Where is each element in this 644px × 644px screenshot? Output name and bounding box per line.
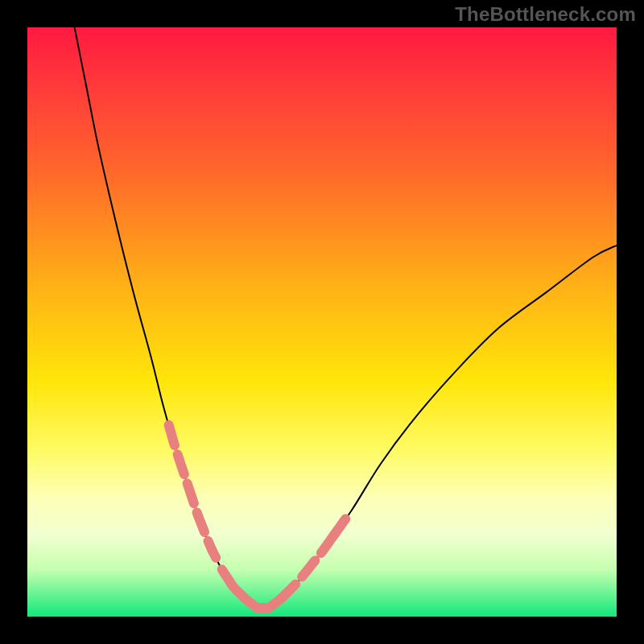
right-arm-segment xyxy=(334,519,346,536)
watermark-text: TheBottleneck.com xyxy=(455,3,636,26)
curve-svg xyxy=(27,27,617,617)
left-arm-dashed xyxy=(169,425,217,558)
chart-frame: TheBottleneck.com xyxy=(0,0,644,644)
right-arm-dashed xyxy=(281,535,334,599)
marker-group xyxy=(169,425,346,608)
trough-solid xyxy=(222,569,281,608)
plot-area xyxy=(27,27,617,617)
